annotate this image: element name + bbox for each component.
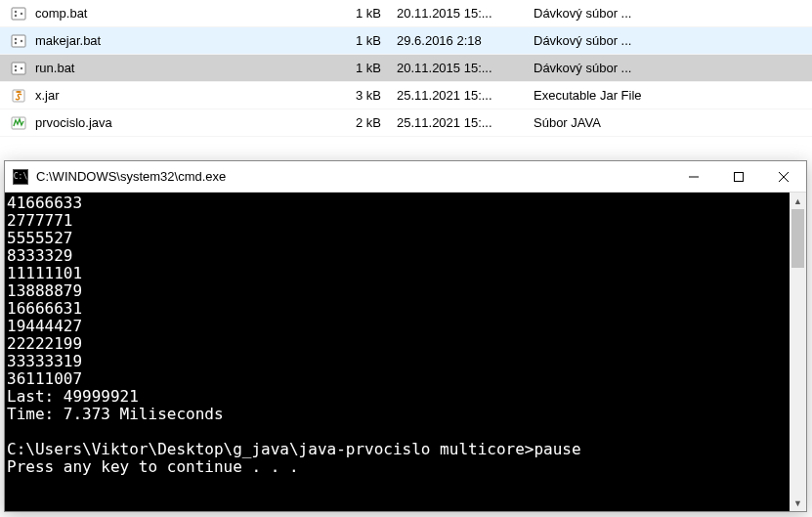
cmd-window: C:\ C:\WINDOWS\system32\cmd.exe 41666633…	[4, 160, 807, 512]
file-type-icon	[10, 114, 27, 132]
svg-point-11	[21, 66, 22, 68]
console-body: 41666633 2777771 5555527 8333329 1111110…	[5, 193, 806, 511]
file-name: comp.bat	[35, 6, 338, 21]
minimize-icon	[689, 172, 699, 182]
file-type-icon	[10, 5, 27, 22]
console-output[interactable]: 41666633 2777771 5555527 8333329 1111110…	[5, 193, 790, 511]
file-size: 3 kB	[338, 88, 397, 103]
file-row[interactable]: comp.bat1 kB20.11.2015 15:...Dávkový súb…	[0, 0, 812, 27]
file-size: 1 kB	[338, 33, 397, 48]
file-name: x.jar	[35, 88, 338, 103]
close-button[interactable]	[761, 161, 806, 193]
svg-rect-0	[12, 8, 25, 20]
file-type: Dávkový súbor ...	[534, 6, 812, 21]
svg-point-2	[15, 14, 17, 16]
close-icon	[779, 172, 789, 182]
file-date: 25.11.2021 15:...	[397, 115, 534, 130]
svg-point-10	[15, 68, 17, 70]
maximize-button[interactable]	[716, 161, 761, 193]
scrollbar[interactable]: ▲ ▼	[790, 193, 806, 511]
scroll-thumb[interactable]	[791, 209, 804, 268]
file-size: 1 kB	[338, 6, 397, 21]
svg-point-13	[16, 91, 21, 93]
svg-rect-4	[12, 35, 25, 47]
file-type-icon	[10, 87, 27, 105]
file-type-icon	[10, 32, 27, 50]
file-date: 20.11.2015 15:...	[397, 61, 534, 75]
svg-rect-16	[735, 172, 744, 181]
file-date: 20.11.2015 15:...	[397, 6, 534, 21]
file-type: Executable Jar File	[534, 88, 812, 103]
file-type-icon	[10, 60, 27, 77]
file-row[interactable]: run.bat1 kB20.11.2015 15:...Dávkový súbo…	[0, 55, 812, 82]
file-row[interactable]: makejar.bat1 kB29.6.2016 2:18Dávkový súb…	[0, 27, 812, 55]
scroll-up-icon[interactable]: ▲	[790, 193, 806, 209]
scroll-down-icon[interactable]: ▼	[790, 495, 806, 511]
file-type: Dávkový súbor ...	[534, 61, 812, 75]
file-list: comp.bat1 kB20.11.2015 15:...Dávkový súb…	[0, 0, 812, 137]
svg-point-5	[15, 37, 17, 39]
file-type: Súbor JAVA	[534, 115, 812, 130]
file-date: 25.11.2021 15:...	[397, 88, 534, 103]
svg-point-3	[21, 12, 22, 14]
svg-point-7	[21, 39, 22, 41]
file-type: Dávkový súbor ...	[534, 33, 812, 48]
maximize-icon	[734, 172, 744, 182]
cmd-icon: C:\	[13, 169, 28, 185]
svg-rect-8	[12, 63, 25, 74]
svg-point-1	[15, 10, 17, 12]
svg-point-9	[15, 65, 17, 66]
minimize-button[interactable]	[671, 161, 716, 193]
file-name: run.bat	[35, 61, 338, 75]
cmd-title: C:\WINDOWS\system32\cmd.exe	[36, 169, 671, 184]
file-name: prvocislo.java	[35, 115, 338, 130]
file-date: 29.6.2016 2:18	[397, 33, 534, 48]
cmd-titlebar[interactable]: C:\ C:\WINDOWS\system32\cmd.exe	[5, 161, 806, 193]
file-size: 2 kB	[338, 115, 397, 130]
file-name: makejar.bat	[35, 33, 338, 48]
file-row[interactable]: x.jar3 kB25.11.2021 15:...Executable Jar…	[0, 82, 812, 109]
svg-point-6	[15, 41, 17, 43]
file-row[interactable]: prvocislo.java2 kB25.11.2021 15:...Súbor…	[0, 109, 812, 137]
file-size: 1 kB	[338, 61, 397, 75]
